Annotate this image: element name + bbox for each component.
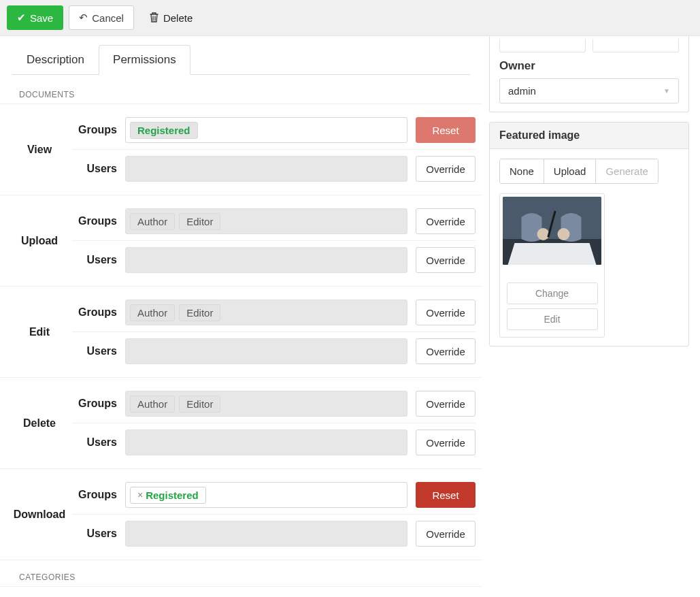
tag-label: Editor: [186, 398, 213, 410]
row-label-groups: Groups: [72, 124, 125, 136]
groups-input[interactable]: Registered: [125, 117, 407, 143]
featured-image-panel: Featured image None Upload Generate: [489, 122, 689, 346]
override-button[interactable]: Override: [416, 391, 476, 417]
chevron-down-icon: ▼: [663, 87, 670, 95]
delete-label: Delete: [163, 12, 193, 24]
checkmark-icon: ✔: [17, 12, 26, 24]
categories-permissions: ViewGroups×RegisteredResetUsersOverride: [0, 586, 482, 597]
users-input: [125, 338, 407, 364]
tab-description[interactable]: Description: [12, 45, 99, 75]
row-label-users: Users: [72, 254, 125, 266]
groups-input: AuthorEditor: [125, 300, 407, 325]
top-toolbar: ✔ Save ↶ Cancel Delete: [0, 0, 700, 36]
override-button[interactable]: Override: [416, 300, 476, 325]
documents-block-delete: DeleteGroupsAuthorEditorOverrideUsersOve…: [0, 378, 482, 469]
override-button[interactable]: Override: [416, 338, 476, 364]
reset-button[interactable]: Reset: [416, 482, 476, 508]
categories-title: View: [7, 594, 72, 597]
undo-icon: ↶: [79, 12, 88, 24]
featured-seg-upload[interactable]: Upload: [544, 159, 596, 183]
categories-block-view: ViewGroups×RegisteredResetUsersOverride: [0, 586, 482, 597]
delete-button[interactable]: Delete: [139, 6, 202, 30]
featured-seg-none[interactable]: None: [500, 159, 544, 183]
users-input: [125, 247, 407, 273]
save-label: Save: [30, 12, 53, 24]
svg-point-3: [537, 228, 550, 240]
users-input: [125, 430, 407, 455]
documents-title: Delete: [7, 385, 72, 462]
documents-title: View: [7, 111, 72, 188]
tag-label: Registered: [137, 125, 190, 136]
row-label-groups: Groups: [72, 489, 125, 501]
tag-label: Author: [137, 216, 167, 227]
override-button[interactable]: Override: [416, 430, 476, 455]
users-input: [125, 521, 407, 547]
reset-button[interactable]: Reset: [416, 117, 476, 143]
tag-label: Author: [137, 398, 167, 410]
featured-edit-button[interactable]: Edit: [507, 308, 598, 330]
tabs: Description Permissions: [12, 44, 470, 75]
override-button[interactable]: Override: [416, 521, 476, 547]
trash-icon: [149, 12, 159, 25]
left-column: Description Permissions DOCUMENTS ViewGr…: [0, 36, 482, 597]
groups-input[interactable]: ×Registered: [125, 482, 407, 508]
row-label-groups: Groups: [72, 398, 125, 410]
partial-control-right[interactable]: [593, 39, 679, 52]
tag-author: Author: [130, 213, 175, 230]
tag-registered[interactable]: ×Registered: [130, 487, 206, 504]
right-column: Owner admin ▼ Featured image None Upload…: [482, 36, 700, 370]
row-label-users: Users: [72, 436, 125, 449]
save-button[interactable]: ✔ Save: [7, 5, 63, 30]
tag-label: Author: [137, 307, 167, 319]
override-button[interactable]: Override: [416, 208, 476, 234]
tag-editor: Editor: [179, 396, 220, 413]
featured-seg-generate[interactable]: Generate: [595, 159, 658, 183]
row-label-groups: Groups: [72, 215, 125, 227]
cancel-label: Cancel: [92, 12, 124, 24]
section-categories: CATEGORIES: [0, 560, 482, 586]
documents-title: Upload: [7, 202, 72, 279]
tab-permissions[interactable]: Permissions: [99, 45, 190, 75]
featured-mode-segment: None Upload Generate: [499, 159, 659, 184]
documents-title: Edit: [7, 293, 72, 370]
featured-heading: Featured image: [490, 123, 688, 149]
tag-label: Editor: [186, 307, 213, 319]
svg-marker-2: [508, 243, 597, 265]
tag-editor: Editor: [179, 304, 220, 321]
documents-permissions: ViewGroupsRegisteredResetUsersOverrideUp…: [0, 103, 482, 560]
svg-point-4: [558, 228, 570, 240]
documents-block-edit: EditGroupsAuthorEditorOverrideUsersOverr…: [0, 287, 482, 378]
owner-label: Owner: [499, 59, 679, 73]
owner-select[interactable]: admin ▼: [499, 78, 679, 103]
tag-label: Registered: [146, 489, 199, 501]
documents-block-download: DownloadGroups×RegisteredResetUsersOverr…: [0, 469, 482, 560]
featured-thumbnail[interactable]: [503, 197, 601, 265]
row-label-users: Users: [72, 345, 125, 357]
cancel-button[interactable]: ↶ Cancel: [69, 5, 134, 30]
groups-input: AuthorEditor: [125, 391, 407, 417]
owner-value: admin: [508, 85, 536, 97]
groups-input: AuthorEditor: [125, 208, 407, 234]
tag-editor: Editor: [179, 213, 220, 230]
tag-author: Author: [130, 396, 175, 413]
documents-block-upload: UploadGroupsAuthorEditorOverrideUsersOve…: [0, 195, 482, 287]
remove-tag-icon[interactable]: ×: [137, 489, 143, 500]
row-label-groups: Groups: [72, 306, 125, 319]
override-button[interactable]: Override: [416, 247, 476, 273]
override-button[interactable]: Override: [416, 156, 476, 182]
documents-block-view: ViewGroupsRegisteredResetUsersOverride: [0, 103, 482, 195]
partial-control-left[interactable]: [499, 39, 586, 52]
tag-registered: Registered: [130, 122, 198, 139]
row-label-users: Users: [72, 163, 125, 175]
row-label-users: Users: [72, 528, 125, 540]
section-documents: DOCUMENTS: [0, 78, 482, 103]
featured-change-button[interactable]: Change: [507, 283, 598, 304]
tag-author: Author: [130, 304, 175, 321]
users-input: [125, 156, 407, 182]
documents-title: Download: [7, 476, 72, 553]
featured-thumbnail-card: Change Edit: [499, 193, 605, 338]
tag-label: Editor: [186, 216, 213, 227]
cropped-controls: [499, 39, 679, 59]
